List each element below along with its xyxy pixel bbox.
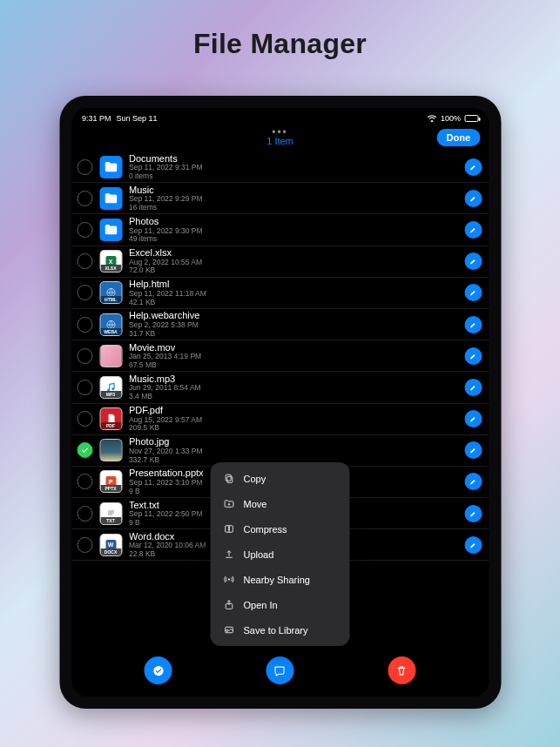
menu-item-openin[interactable]: Open In <box>211 592 350 617</box>
file-thumbnail: XXLSX <box>99 250 122 273</box>
file-row[interactable]: WEBA Help.webarchive Sep 2, 2022 5:38 PM… <box>71 309 489 340</box>
file-size: 67.5 MB <box>129 361 464 370</box>
done-button[interactable]: Done <box>437 129 481 146</box>
menu-item-compress[interactable]: Compress <box>211 516 350 542</box>
selection-checkbox[interactable] <box>77 253 92 269</box>
file-name: Excel.xlsx <box>129 247 464 259</box>
edit-button[interactable] <box>464 473 482 490</box>
file-thumbnail <box>99 345 122 367</box>
status-date: Sun Sep 11 <box>117 114 158 123</box>
selection-checkbox[interactable] <box>77 474 92 489</box>
file-thumbnail: WDOCX <box>99 534 122 556</box>
selection-checkbox[interactable] <box>77 506 92 522</box>
file-row[interactable]: HTML Help.html Sep 11, 2022 11:18 AM 42.… <box>71 278 489 309</box>
edit-button[interactable] <box>464 379 482 396</box>
file-name: Photo.jpg <box>129 436 464 448</box>
selection-checkbox[interactable] <box>77 411 92 427</box>
status-bar: 9:31 PM Sun Sep 11 100% <box>71 108 489 125</box>
device-frame: 9:31 PM Sun Sep 11 100% ••• 1 Item Done <box>59 96 501 709</box>
selection-checkbox[interactable] <box>77 537 92 553</box>
edit-button[interactable] <box>464 441 482 459</box>
edit-button[interactable] <box>464 284 482 301</box>
menu-item-move[interactable]: Move <box>211 491 350 516</box>
menu-item-label: Open In <box>244 600 278 610</box>
delete-button[interactable] <box>388 656 415 684</box>
file-thumbnail: MP3 <box>99 376 122 399</box>
folder-icon <box>99 156 122 178</box>
file-date: Nov 27, 2020 1:33 PM <box>129 448 464 456</box>
file-row[interactable]: PDF PDF.pdf Aug 15, 2022 9:57 AM 209.5 K… <box>71 404 489 435</box>
battery-icon <box>464 115 478 122</box>
svg-point-7 <box>227 578 229 580</box>
menu-item-label: Copy <box>244 474 267 484</box>
menu-item-save[interactable]: Save to Library <box>211 617 350 643</box>
file-date: Sep 11, 2022 9:30 PM <box>129 227 464 236</box>
svg-rect-4 <box>226 476 232 482</box>
file-row[interactable]: XXLSX Excel.xlsx Aug 2, 2022 10:55 AM 72… <box>71 246 489 278</box>
nav-bar: ••• 1 Item Done <box>71 125 489 151</box>
menu-item-label: Compress <box>244 524 287 535</box>
menu-item-copy[interactable]: Copy <box>211 466 350 491</box>
edit-button[interactable] <box>464 505 482 522</box>
file-date: Aug 2, 2022 10:55 AM <box>129 259 464 267</box>
edit-button[interactable] <box>464 158 482 176</box>
edit-button[interactable] <box>464 221 482 239</box>
file-row[interactable]: Photos Sep 11, 2022 9:30 PM 49 items <box>71 214 489 246</box>
file-thumbnail: PPPTX <box>99 470 122 493</box>
file-row[interactable]: Movie.mov Jan 25, 2013 4:19 PM 67.5 MB <box>71 340 489 372</box>
file-date: Aug 15, 2022 9:57 AM <box>129 416 464 425</box>
file-date: Sep 11, 2022 11:18 AM <box>129 290 464 299</box>
selection-checkbox[interactable] <box>77 191 92 206</box>
selection-checkbox[interactable] <box>77 380 92 395</box>
selection-checkbox[interactable] <box>77 317 92 333</box>
file-size: 3.4 MB <box>129 393 464 401</box>
file-row[interactable]: MP3 Music.mp3 Jun 29, 2011 8:54 AM 3.4 M… <box>71 372 489 403</box>
edit-button[interactable] <box>464 316 482 333</box>
file-date: Sep 2, 2022 5:38 PM <box>129 321 464 330</box>
file-thumbnail: WEBA <box>99 313 122 336</box>
edit-button[interactable] <box>464 347 482 365</box>
selection-checkbox[interactable] <box>77 285 92 300</box>
svg-point-3 <box>111 387 114 390</box>
edit-button[interactable] <box>464 190 482 207</box>
edit-button[interactable] <box>464 410 482 427</box>
selection-count: 1 Item <box>267 136 293 146</box>
file-size: 16 items <box>129 204 464 212</box>
file-date: Sep 11, 2022 9:31 PM <box>129 164 464 172</box>
file-row[interactable]: Music Sep 11, 2022 9:29 PM 16 items <box>71 183 489 214</box>
selection-checkbox[interactable] <box>77 348 92 364</box>
file-thumbnail <box>99 439 122 461</box>
menu-item-label: Nearby Sharing <box>244 575 310 585</box>
screen: 9:31 PM Sun Sep 11 100% ••• 1 Item Done <box>71 108 489 697</box>
menu-item-label: Move <box>244 499 267 509</box>
copy-icon <box>223 473 235 484</box>
edit-button[interactable] <box>464 252 482 270</box>
bottom-toolbar <box>71 649 489 697</box>
selection-checkbox[interactable] <box>77 442 92 458</box>
file-size: 49 items <box>129 235 464 244</box>
edit-button[interactable] <box>464 536 482 554</box>
file-date: Jun 29, 2011 8:54 AM <box>129 384 464 393</box>
file-size: 209.5 KB <box>129 424 464 433</box>
select-all-button[interactable] <box>145 656 172 684</box>
file-size: 42.1 KB <box>129 299 464 307</box>
wifi-icon <box>428 114 437 124</box>
actions-button[interactable] <box>266 656 293 684</box>
file-date: Jan 25, 2013 4:19 PM <box>129 353 464 361</box>
nearby-icon <box>223 574 235 585</box>
compress-icon <box>223 523 235 535</box>
selection-checkbox[interactable] <box>77 222 92 238</box>
menu-item-label: Upload <box>244 549 274 560</box>
file-date: Sep 11, 2022 9:29 PM <box>129 195 464 204</box>
menu-item-upload[interactable]: Upload <box>211 542 350 567</box>
file-row[interactable]: Documents Sep 11, 2022 9:31 PM 0 items <box>71 151 489 183</box>
menu-item-nearby[interactable]: Nearby Sharing <box>211 567 350 592</box>
selection-checkbox[interactable] <box>77 159 92 175</box>
upload-icon <box>223 548 235 560</box>
file-name: Help.html <box>129 279 464 290</box>
battery-percent: 100% <box>441 114 461 123</box>
svg-rect-5 <box>226 474 231 481</box>
save-icon <box>223 624 235 636</box>
more-icon[interactable]: ••• <box>272 129 288 136</box>
file-size: 0 items <box>129 172 464 181</box>
